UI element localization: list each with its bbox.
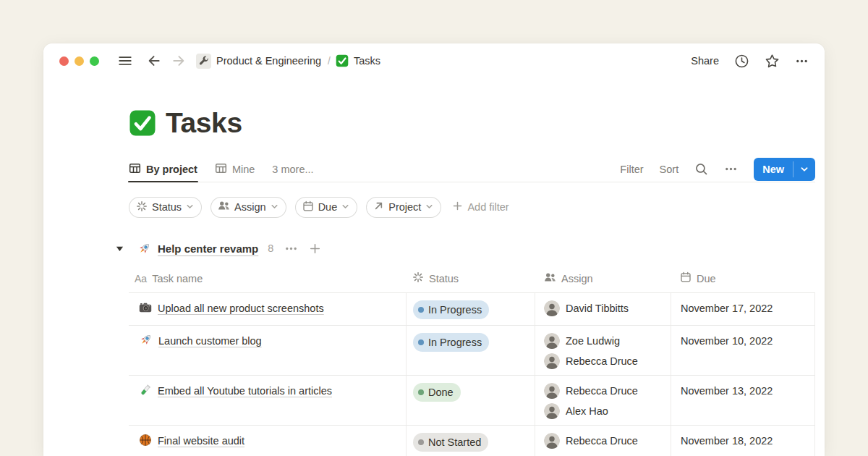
filter-button[interactable]: Filter	[620, 164, 643, 175]
filter-chip-due[interactable]: Due	[295, 197, 358, 218]
task-name-cell[interactable]: Launch customer blog	[129, 326, 406, 375]
view-tab-3-more[interactable]: 3 more...	[272, 156, 313, 182]
zoom-window-button[interactable]	[90, 56, 99, 66]
status-badge[interactable]: Done	[413, 383, 461, 402]
assign-cell[interactable]: Rebecca DruceAlex Hao	[535, 376, 671, 425]
due-date: November 18, 2022	[681, 433, 806, 449]
filter-chip-project[interactable]: Project	[366, 197, 441, 218]
share-button[interactable]: Share	[691, 55, 719, 67]
assignee-zoe-ludwig[interactable]: Zoe Ludwig	[544, 333, 662, 349]
chevron-down-icon	[271, 202, 278, 213]
due-date: November 17, 2022	[681, 300, 806, 316]
task-name-cell[interactable]: Final website audit	[129, 426, 406, 456]
updates-clock-icon[interactable]	[734, 54, 749, 69]
column-header-assign[interactable]: Assign	[535, 264, 671, 292]
assign-cell[interactable]: David Tibbitts	[535, 293, 671, 325]
assignee-alex-hao[interactable]: Alex Hao	[544, 403, 662, 419]
tasks-table: AaTask nameStatusAssignDue Upload all ne…	[129, 264, 815, 456]
group-count: 8	[268, 242, 273, 254]
due-date: November 13, 2022	[681, 383, 806, 399]
due-cell[interactable]: November 18, 2022→ November 20, 2022	[671, 426, 815, 456]
page-title: Tasks	[166, 107, 242, 139]
group-collapse-toggle-icon[interactable]	[116, 245, 127, 253]
filter-chip-label: Due	[318, 201, 338, 213]
status-cell[interactable]: In Progress	[406, 326, 535, 375]
chevron-down-icon	[425, 202, 433, 213]
status-burst-icon	[412, 271, 424, 285]
avatar	[544, 383, 560, 399]
column-header-label: Due	[697, 273, 716, 284]
assignee-rebecca-druce[interactable]: Rebecca Druce	[544, 383, 662, 399]
back-arrow-icon[interactable]	[147, 54, 161, 68]
group-header: Help center revamp 8	[129, 240, 815, 257]
add-filter-label: Add filter	[467, 201, 509, 213]
assign-cell[interactable]: Zoe LudwigRebecca Druce	[535, 326, 671, 375]
status-cell[interactable]: In Progress	[406, 293, 535, 325]
status-badge[interactable]: In Progress	[413, 300, 489, 319]
search-icon[interactable]	[694, 162, 708, 176]
new-dropdown-chevron-icon[interactable]	[793, 158, 815, 181]
view-more-icon[interactable]	[724, 162, 738, 176]
column-header-due[interactable]: Due	[671, 264, 815, 292]
view-tab-by-project[interactable]: By project	[129, 156, 197, 182]
assignee-rebecca-druce[interactable]: Rebecca Druce	[544, 353, 662, 369]
workspace-wrench-icon[interactable]	[196, 54, 211, 69]
emoji-camera	[139, 301, 152, 318]
sort-button[interactable]: Sort	[660, 164, 679, 175]
group-more-icon[interactable]	[284, 242, 298, 256]
avatar	[544, 403, 560, 419]
table-body: Upload all new product screenshotsIn Pro…	[129, 293, 815, 456]
close-window-button[interactable]	[59, 56, 69, 66]
new-button-label[interactable]: New	[754, 158, 793, 181]
assign-cell[interactable]: Rebecca Druce	[535, 426, 671, 456]
filter-chip-assign[interactable]: Assign	[210, 197, 286, 218]
forward-arrow-icon[interactable]	[171, 54, 186, 68]
status-cell[interactable]: Not Started	[406, 426, 535, 456]
task-name-cell[interactable]: Upload all new product screenshots	[129, 293, 406, 325]
page-icon-check[interactable]	[129, 109, 156, 137]
status-label: Done	[428, 384, 454, 400]
column-header-status[interactable]: Status	[406, 264, 535, 292]
calendar-icon	[302, 200, 314, 214]
breadcrumb-page[interactable]: Tasks	[354, 55, 380, 67]
status-cell[interactable]: Done	[406, 376, 535, 425]
filter-chip-label: Project	[388, 201, 421, 213]
group-add-icon[interactable]	[309, 242, 321, 255]
assignee-name: Alex Hao	[566, 403, 608, 419]
assignee-name: David Tibbitts	[566, 300, 629, 316]
group-title-link[interactable]: Help center revamp	[158, 242, 258, 255]
status-badge[interactable]: In Progress	[413, 333, 489, 352]
people-icon	[218, 200, 230, 214]
status-dot	[418, 439, 424, 445]
table-header-row: AaTask nameStatusAssignDue	[129, 264, 815, 293]
plus-icon	[452, 200, 463, 214]
add-filter-button[interactable]: Add filter	[452, 200, 509, 214]
table-row: Embed all Youtube tutorials in articlesD…	[129, 376, 815, 426]
due-cell[interactable]: November 10, 2022	[671, 326, 815, 375]
breadcrumb-workspace[interactable]: Product & Engineering	[216, 55, 321, 67]
new-button[interactable]: New	[754, 158, 815, 181]
minimize-window-button[interactable]	[75, 56, 84, 66]
view-tab-mine[interactable]: Mine	[215, 156, 255, 182]
task-title-link[interactable]: Launch customer blog	[158, 335, 262, 347]
view-tab-label: 3 more...	[272, 164, 313, 175]
task-title-link[interactable]: Embed all Youtube tutorials in articles	[158, 385, 332, 397]
filter-chip-status[interactable]: Status	[129, 197, 202, 218]
favorite-star-icon[interactable]	[765, 54, 780, 69]
status-badge[interactable]: Not Started	[413, 433, 488, 452]
task-title-link[interactable]: Final website audit	[158, 435, 244, 447]
view-tabs: By projectMine3 more...	[129, 156, 314, 182]
task-name-cell[interactable]: Embed all Youtube tutorials in articles	[129, 376, 406, 425]
view-toolbar: Filter Sort New	[620, 158, 815, 181]
sidebar-menu-icon[interactable]	[118, 54, 132, 68]
column-header-task-name[interactable]: AaTask name	[129, 264, 406, 292]
due-cell[interactable]: November 17, 2022	[671, 293, 815, 325]
view-tab-label: By project	[146, 164, 197, 175]
status-label: Not Started	[428, 434, 481, 450]
assignee-rebecca-druce[interactable]: Rebecca Druce	[544, 433, 662, 449]
due-cell[interactable]: November 13, 2022	[671, 376, 815, 425]
emoji-basketball	[139, 434, 152, 451]
assignee-david-tibbitts[interactable]: David Tibbitts	[544, 300, 662, 316]
more-options-icon[interactable]	[795, 54, 809, 68]
task-title-link[interactable]: Upload all new product screenshots	[158, 303, 324, 314]
